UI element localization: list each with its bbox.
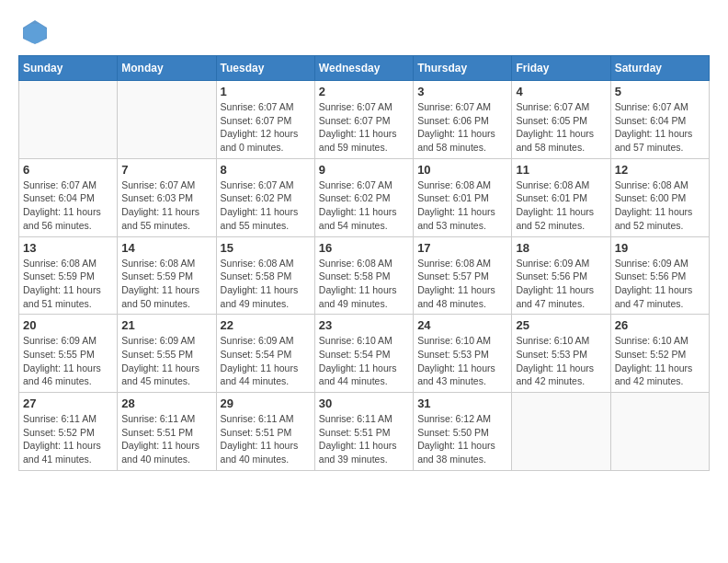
- day-info: Sunrise: 6:11 AM Sunset: 5:51 PM Dayligh…: [319, 412, 409, 466]
- table-row: 5Sunrise: 6:07 AM Sunset: 6:04 PM Daylig…: [610, 81, 709, 159]
- table-row: 20Sunrise: 6:09 AM Sunset: 5:55 PM Dayli…: [19, 315, 118, 393]
- day-number: 10: [417, 163, 507, 177]
- table-row: 25Sunrise: 6:10 AM Sunset: 5:53 PM Dayli…: [512, 315, 610, 393]
- day-info: Sunrise: 6:07 AM Sunset: 6:05 PM Dayligh…: [516, 100, 606, 155]
- day-number: 9: [319, 163, 409, 177]
- calendar-header-row: SundayMondayTuesdayWednesdayThursdayFrid…: [19, 56, 710, 81]
- table-row: [19, 81, 118, 159]
- calendar-week-row: 27Sunrise: 6:11 AM Sunset: 5:52 PM Dayli…: [19, 393, 710, 471]
- col-header-monday: Monday: [118, 56, 216, 81]
- day-number: 3: [417, 85, 507, 98]
- table-row: 7Sunrise: 6:07 AM Sunset: 6:03 PM Daylig…: [118, 158, 216, 236]
- col-header-sunday: Sunday: [19, 56, 118, 81]
- day-number: 23: [319, 318, 409, 332]
- col-header-saturday: Saturday: [610, 56, 709, 81]
- table-row: 18Sunrise: 6:09 AM Sunset: 5:56 PM Dayli…: [512, 236, 610, 315]
- day-info: Sunrise: 6:08 AM Sunset: 6:01 PM Dayligh…: [417, 178, 507, 233]
- col-header-tuesday: Tuesday: [216, 56, 314, 81]
- calendar-week-row: 1Sunrise: 6:07 AM Sunset: 6:07 PM Daylig…: [19, 81, 710, 159]
- day-number: 1: [221, 85, 311, 98]
- svg-marker-1: [23, 24, 47, 43]
- day-number: 24: [417, 318, 507, 332]
- day-info: Sunrise: 6:09 AM Sunset: 5:55 PM Dayligh…: [121, 334, 211, 388]
- day-info: Sunrise: 6:10 AM Sunset: 5:52 PM Dayligh…: [615, 334, 705, 388]
- day-number: 27: [23, 396, 113, 410]
- table-row: 14Sunrise: 6:08 AM Sunset: 5:59 PM Dayli…: [118, 236, 216, 315]
- day-number: 22: [221, 318, 311, 332]
- table-row: 9Sunrise: 6:07 AM Sunset: 6:02 PM Daylig…: [314, 158, 413, 236]
- table-row: 6Sunrise: 6:07 AM Sunset: 6:04 PM Daylig…: [19, 158, 118, 236]
- day-number: 11: [516, 163, 606, 177]
- table-row: 16Sunrise: 6:08 AM Sunset: 5:58 PM Dayli…: [314, 236, 413, 315]
- col-header-wednesday: Wednesday: [314, 56, 413, 81]
- table-row: 4Sunrise: 6:07 AM Sunset: 6:05 PM Daylig…: [512, 81, 610, 159]
- day-info: Sunrise: 6:08 AM Sunset: 5:58 PM Dayligh…: [319, 257, 409, 311]
- table-row: [118, 81, 216, 159]
- table-row: 24Sunrise: 6:10 AM Sunset: 5:53 PM Dayli…: [414, 315, 512, 393]
- day-number: 13: [23, 241, 113, 255]
- day-info: Sunrise: 6:09 AM Sunset: 5:56 PM Dayligh…: [516, 257, 606, 311]
- calendar-week-row: 20Sunrise: 6:09 AM Sunset: 5:55 PM Dayli…: [19, 315, 710, 393]
- table-row: 3Sunrise: 6:07 AM Sunset: 6:06 PM Daylig…: [414, 81, 512, 159]
- day-number: 17: [417, 241, 507, 255]
- day-info: Sunrise: 6:07 AM Sunset: 6:07 PM Dayligh…: [319, 100, 409, 155]
- day-number: 16: [319, 241, 409, 255]
- day-number: 8: [221, 163, 311, 177]
- table-row: 1Sunrise: 6:07 AM Sunset: 6:07 PM Daylig…: [216, 81, 314, 159]
- day-number: 25: [516, 318, 606, 332]
- table-row: [512, 393, 610, 471]
- table-row: 22Sunrise: 6:09 AM Sunset: 5:54 PM Dayli…: [216, 315, 314, 393]
- day-info: Sunrise: 6:12 AM Sunset: 5:50 PM Dayligh…: [417, 412, 507, 466]
- day-number: 2: [319, 85, 409, 98]
- day-info: Sunrise: 6:07 AM Sunset: 6:06 PM Dayligh…: [417, 100, 507, 155]
- day-info: Sunrise: 6:11 AM Sunset: 5:52 PM Dayligh…: [23, 412, 113, 466]
- col-header-friday: Friday: [512, 56, 610, 81]
- day-info: Sunrise: 6:07 AM Sunset: 6:04 PM Dayligh…: [23, 178, 113, 233]
- day-info: Sunrise: 6:08 AM Sunset: 5:57 PM Dayligh…: [417, 257, 507, 311]
- day-info: Sunrise: 6:07 AM Sunset: 6:04 PM Dayligh…: [615, 100, 705, 155]
- day-info: Sunrise: 6:07 AM Sunset: 6:02 PM Dayligh…: [221, 178, 311, 233]
- day-number: 31: [417, 396, 507, 410]
- logo: [18, 18, 49, 46]
- table-row: 17Sunrise: 6:08 AM Sunset: 5:57 PM Dayli…: [414, 236, 512, 315]
- day-number: 15: [221, 241, 311, 255]
- day-number: 14: [121, 241, 211, 255]
- day-number: 19: [615, 241, 705, 255]
- day-info: Sunrise: 6:10 AM Sunset: 5:53 PM Dayligh…: [516, 334, 606, 388]
- table-row: [610, 393, 709, 471]
- day-info: Sunrise: 6:07 AM Sunset: 6:03 PM Dayligh…: [121, 178, 211, 233]
- table-row: 21Sunrise: 6:09 AM Sunset: 5:55 PM Dayli…: [118, 315, 216, 393]
- table-row: 13Sunrise: 6:08 AM Sunset: 5:59 PM Dayli…: [19, 236, 118, 315]
- day-number: 26: [615, 318, 705, 332]
- table-row: 10Sunrise: 6:08 AM Sunset: 6:01 PM Dayli…: [414, 158, 512, 236]
- day-number: 30: [319, 396, 409, 410]
- day-info: Sunrise: 6:10 AM Sunset: 5:53 PM Dayligh…: [417, 334, 507, 388]
- calendar-week-row: 13Sunrise: 6:08 AM Sunset: 5:59 PM Dayli…: [19, 236, 710, 315]
- day-number: 21: [121, 318, 211, 332]
- day-info: Sunrise: 6:11 AM Sunset: 5:51 PM Dayligh…: [121, 412, 211, 466]
- day-info: Sunrise: 6:09 AM Sunset: 5:55 PM Dayligh…: [23, 334, 113, 388]
- table-row: 8Sunrise: 6:07 AM Sunset: 6:02 PM Daylig…: [216, 158, 314, 236]
- day-info: Sunrise: 6:07 AM Sunset: 6:07 PM Dayligh…: [221, 100, 311, 155]
- day-number: 28: [121, 396, 211, 410]
- day-info: Sunrise: 6:08 AM Sunset: 5:59 PM Dayligh…: [23, 257, 113, 311]
- day-info: Sunrise: 6:09 AM Sunset: 5:56 PM Dayligh…: [615, 257, 705, 311]
- table-row: 19Sunrise: 6:09 AM Sunset: 5:56 PM Dayli…: [610, 236, 709, 315]
- table-row: 11Sunrise: 6:08 AM Sunset: 6:01 PM Dayli…: [512, 158, 610, 236]
- day-number: 7: [121, 163, 211, 177]
- table-row: 26Sunrise: 6:10 AM Sunset: 5:52 PM Dayli…: [610, 315, 709, 393]
- table-row: 2Sunrise: 6:07 AM Sunset: 6:07 PM Daylig…: [314, 81, 413, 159]
- table-row: 28Sunrise: 6:11 AM Sunset: 5:51 PM Dayli…: [118, 393, 216, 471]
- day-info: Sunrise: 6:08 AM Sunset: 5:58 PM Dayligh…: [221, 257, 311, 311]
- table-row: 31Sunrise: 6:12 AM Sunset: 5:50 PM Dayli…: [414, 393, 512, 471]
- logo-icon: [21, 18, 49, 46]
- table-row: 12Sunrise: 6:08 AM Sunset: 6:00 PM Dayli…: [610, 158, 709, 236]
- day-info: Sunrise: 6:10 AM Sunset: 5:54 PM Dayligh…: [319, 334, 409, 388]
- table-row: 27Sunrise: 6:11 AM Sunset: 5:52 PM Dayli…: [19, 393, 118, 471]
- table-row: 15Sunrise: 6:08 AM Sunset: 5:58 PM Dayli…: [216, 236, 314, 315]
- day-number: 6: [23, 163, 113, 177]
- calendar-week-row: 6Sunrise: 6:07 AM Sunset: 6:04 PM Daylig…: [19, 158, 710, 236]
- day-info: Sunrise: 6:07 AM Sunset: 6:02 PM Dayligh…: [319, 178, 409, 233]
- day-info: Sunrise: 6:08 AM Sunset: 6:00 PM Dayligh…: [615, 178, 705, 233]
- day-info: Sunrise: 6:11 AM Sunset: 5:51 PM Dayligh…: [221, 412, 311, 466]
